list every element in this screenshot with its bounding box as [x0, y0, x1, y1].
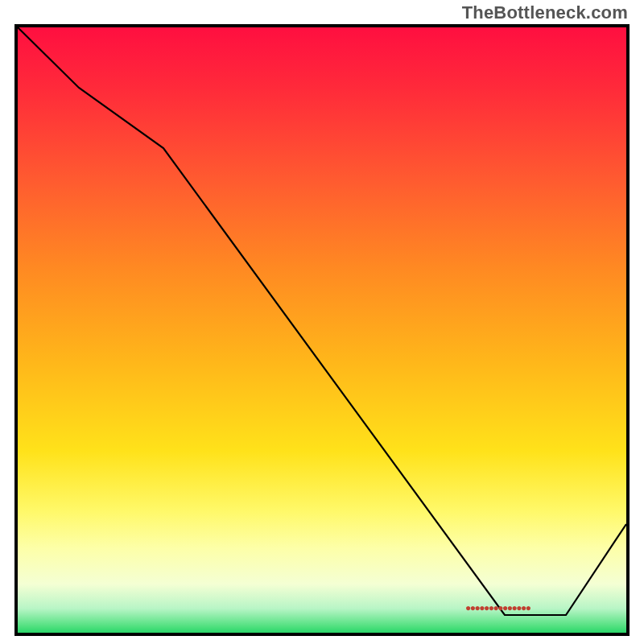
curve-path — [18, 27, 626, 615]
plot-area: ●●●●●●●●●●●●●● — [14, 24, 630, 636]
watermark-text: TheBottleneck.com — [462, 2, 628, 23]
chart-container: { "watermark": "TheBottleneck.com", "ind… — [0, 0, 644, 644]
optimal-indicator: ●●●●●●●●●●●●●● — [465, 602, 530, 613]
line-curve — [18, 27, 626, 633]
